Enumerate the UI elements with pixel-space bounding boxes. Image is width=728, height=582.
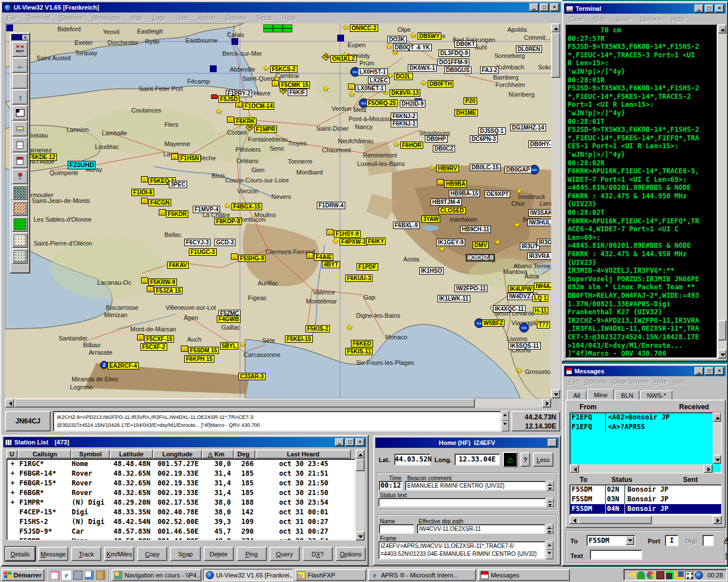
tab-mine[interactable]: Mine bbox=[588, 389, 614, 400]
folders-icon[interactable] bbox=[96, 571, 105, 580]
station-label[interactable]: F5ORQ-25 bbox=[366, 99, 398, 107]
station-label[interactable]: F5KDE-12 bbox=[27, 153, 57, 161]
column-header-deg[interactable]: Deg bbox=[234, 450, 255, 459]
station-label[interactable]: F5KCS-2 bbox=[270, 65, 297, 73]
digi-spinner[interactable] bbox=[546, 524, 553, 534]
port-field[interactable]: I bbox=[665, 535, 679, 546]
station-row[interactable]: F5JSD-9*Car48.57.83N001.46.50E45,7290oct… bbox=[7, 527, 355, 537]
menu-logs[interactable]: Logs bbox=[152, 14, 166, 21]
menu-hide[interactable]: Hide bbox=[593, 15, 606, 22]
cow-icon[interactable] bbox=[685, 571, 693, 579]
station-label[interactable]: F4AIE bbox=[314, 253, 333, 261]
terminal-titlebar[interactable]: Terminal ▁ □ × bbox=[564, 3, 726, 14]
station-label[interactable]: H-11 bbox=[533, 307, 548, 314]
station-label[interactable]: F5SHG-9 bbox=[238, 255, 266, 262]
network-icon[interactable] bbox=[676, 571, 684, 579]
station-label[interactable]: LX0NET-1 bbox=[355, 85, 386, 92]
sent-row[interactable]: F5SDM03NBonsoir JP bbox=[570, 494, 721, 504]
station-label[interactable]: F5KDR bbox=[166, 210, 188, 218]
station-label[interactable]: DB0LC-15 bbox=[470, 164, 500, 171]
map-thumb-1[interactable] bbox=[12, 185, 28, 200]
sent-hscrollbar[interactable] bbox=[569, 516, 722, 524]
station-row[interactable]: +F6BGR-15*Rover48.32.65N002.19.33E31,418… bbox=[7, 479, 355, 488]
station-label[interactable]: C33AR-3 bbox=[238, 373, 266, 380]
user-icon[interactable] bbox=[637, 571, 645, 579]
minimize-button[interactable]: ▁ bbox=[694, 5, 704, 13]
station-label[interactable]: LX0HST-1 bbox=[358, 68, 388, 76]
menu-action[interactable]: Action bbox=[198, 14, 216, 21]
menu-clear-screen[interactable]: Clear Screen bbox=[612, 378, 648, 385]
station-row[interactable]: F5RRRHome48.58.80N001.44.00E48,0274oct 3… bbox=[7, 537, 355, 541]
task-navigation-en-cours-p4[interactable]: Navigation en cours - \\P4... bbox=[111, 569, 201, 581]
map-viewport[interactable]: BidefordYeovilEastleighExeterDorchesterR… bbox=[5, 23, 551, 398]
station-label[interactable]: F4GWB bbox=[217, 315, 241, 323]
menu-map[interactable]: Map bbox=[130, 14, 142, 21]
station-list-scrollbar[interactable] bbox=[355, 450, 365, 541]
text-field[interactable] bbox=[590, 550, 642, 560]
track-button[interactable]: Track bbox=[71, 547, 101, 561]
sent-hscroll-thumb[interactable] bbox=[578, 516, 652, 524]
station-label[interactable]: F8KOP-8 bbox=[214, 218, 242, 225]
station-label[interactable]: DH1ME bbox=[454, 109, 478, 117]
station-label[interactable]: DB5WY bbox=[417, 32, 441, 40]
beacon-comment-field[interactable]: EMANUELE RIMINI CENTRO {UIV32} bbox=[405, 481, 546, 490]
station-row[interactable]: +F6BGR-14*Rover48.32.65N002.19.33E31,418… bbox=[7, 469, 355, 479]
received-row[interactable]: F1EFQ<A>?APRSS bbox=[570, 422, 721, 432]
station-label[interactable]: F6CYJ-3 bbox=[184, 239, 210, 246]
help-button[interactable]: ? bbox=[520, 452, 530, 467]
station-label[interactable]: F1IOI-6 bbox=[131, 189, 154, 196]
print-button[interactable] bbox=[12, 121, 28, 136]
station-label[interactable]: IR3GP bbox=[537, 239, 551, 246]
menu-messages[interactable]: Messages bbox=[92, 14, 121, 21]
cut-button-bottom[interactable]: ! bbox=[725, 552, 727, 560]
menu-setup[interactable]: Setup bbox=[257, 14, 273, 21]
menu-options[interactable]: Options bbox=[585, 378, 606, 385]
main-titlebar[interactable]: UI-View32 V1.65 [Frankreich] ▁ □ × bbox=[2, 2, 561, 13]
cut-button-top[interactable]: A bbox=[724, 537, 728, 544]
message-button[interactable]: Message bbox=[38, 547, 68, 561]
station-label[interactable]: DO2L bbox=[394, 73, 413, 80]
station-label[interactable]: F5KIS-11 bbox=[345, 348, 373, 355]
station-label[interactable]: F6KIF bbox=[288, 89, 307, 96]
station-row[interactable]: +F6BGR*Rover48.32.65N002.19.33E31,4185oc… bbox=[7, 488, 355, 498]
menu-save[interactable]: Save bbox=[616, 15, 630, 22]
home-window-button[interactable] bbox=[548, 439, 557, 447]
log-button[interactable] bbox=[12, 153, 28, 168]
delete-button[interactable]: Delete bbox=[204, 547, 234, 561]
map-vertical-scrollbar[interactable] bbox=[551, 23, 560, 398]
name-field[interactable] bbox=[379, 524, 414, 534]
station-label[interactable]: DO3K bbox=[387, 36, 407, 43]
station-label[interactable]: F5KRW-9 bbox=[148, 278, 177, 286]
home-titlebar[interactable]: Home (HF) IZ4EFV bbox=[375, 438, 559, 448]
station-label[interactable]: F5CXF-15 bbox=[144, 335, 174, 343]
menu-lists[interactable]: Lists bbox=[176, 14, 189, 21]
digi-path-field[interactable]: IW4CVV-11,OE2XSR-11 bbox=[417, 524, 545, 534]
copy-button[interactable]: Copy bbox=[137, 547, 167, 561]
messages-titlebar[interactable]: Messages ▁ □ × bbox=[564, 366, 726, 376]
station-label[interactable]: DB0HY-1 bbox=[528, 140, 551, 148]
km-miles-button[interactable]: Km/Miles bbox=[104, 547, 134, 561]
up-arrow-button[interactable]: ↑ bbox=[12, 89, 28, 105]
station-label[interactable]: IW3HUL bbox=[527, 219, 551, 226]
menu-clear[interactable]: Clear bbox=[569, 15, 584, 22]
query-button[interactable]: Query bbox=[270, 547, 300, 561]
station-label[interactable]: F6KNJ-2 bbox=[391, 113, 417, 120]
station-label[interactable]: F6IKY bbox=[366, 238, 386, 245]
station-label[interactable]: T77 bbox=[537, 321, 550, 329]
station-label[interactable]: FZ0UHD bbox=[68, 161, 96, 169]
station-label[interactable]: F6KRK bbox=[234, 118, 257, 125]
station-label[interactable]: HB9BA bbox=[444, 180, 467, 188]
terminal-scroll-thumb[interactable] bbox=[718, 320, 726, 340]
beacon-time-field[interactable]: 00:12 bbox=[379, 481, 403, 490]
dx-button[interactable]: DX? bbox=[303, 547, 333, 561]
column-header-last-heard[interactable]: Last Heard bbox=[255, 450, 351, 459]
station-label[interactable]: GCD-3 bbox=[214, 239, 235, 246]
frame-spinner[interactable] bbox=[546, 541, 553, 559]
station-label[interactable]: IK5SQS-11 bbox=[508, 342, 541, 350]
station-label[interactable]: DL0REN bbox=[516, 45, 542, 53]
station-label[interactable]: P20 bbox=[464, 97, 477, 105]
station-row[interactable]: +F1RGC*Home48.48.48N001.57.27E30,0266oct… bbox=[7, 459, 355, 469]
close-button[interactable]: × bbox=[715, 367, 724, 375]
search-icon[interactable] bbox=[85, 571, 94, 580]
station-label[interactable]: IW2FPO-11 bbox=[454, 285, 487, 292]
